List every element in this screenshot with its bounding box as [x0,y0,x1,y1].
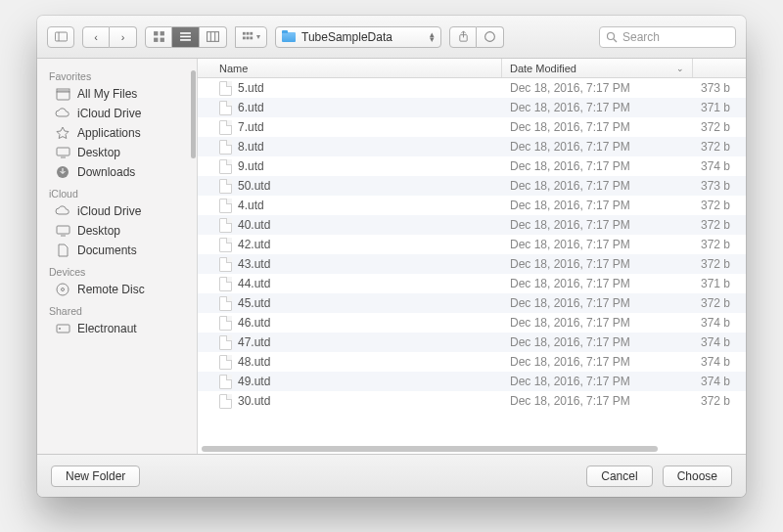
sidebar-item-icloud-drive[interactable]: iCloud Drive [37,104,197,123]
server-icon [55,322,70,335]
column-name[interactable]: Name [198,59,502,77]
table-row[interactable]: 44.utdDec 18, 2016, 7:17 PM371 b [198,274,746,293]
sidebar[interactable]: FavoritesAll My FilesiCloud DriveApplica… [37,59,198,454]
action-buttons [449,26,504,48]
tags-button[interactable] [477,26,504,48]
file-name: 43.utd [238,257,270,271]
sidebar-scrollbar[interactable] [190,70,197,442]
svg-rect-13 [247,32,250,35]
forward-button[interactable]: › [110,26,137,48]
file-list-pane: Name Date Modified⌄ 5.utdDec 18, 2016, 7… [198,59,746,454]
svg-rect-25 [57,148,69,155]
table-row[interactable]: 6.utdDec 18, 2016, 7:17 PM371 b [198,98,746,117]
table-row[interactable]: 5.utdDec 18, 2016, 7:17 PM373 b [198,78,746,98]
chevron-down-icon: ▾ [256,32,260,41]
sidebar-item-label: All My Files [77,87,137,101]
table-row[interactable]: 48.utdDec 18, 2016, 7:17 PM374 b [198,352,746,372]
sidebar-item-desktop[interactable]: Desktop [37,221,197,241]
column-date[interactable]: Date Modified⌄ [502,59,693,77]
document-icon [219,140,232,155]
table-row[interactable]: 50.utdDec 18, 2016, 7:17 PM373 b [198,176,746,196]
svg-rect-28 [57,226,69,234]
table-row[interactable]: 40.utdDec 18, 2016, 7:17 PM372 b [198,215,746,235]
dialog-body: FavoritesAll My FilesiCloud DriveApplica… [37,59,746,454]
new-folder-button[interactable]: New Folder [51,466,140,487]
file-date: Dec 18, 2016, 7:17 PM [502,140,693,154]
cloud-icon [55,204,70,218]
file-name: 48.utd [238,355,270,369]
sidebar-toggle-button[interactable] [47,26,74,48]
sidebar-item-remote-disc[interactable]: Remote Disc [37,280,197,299]
sidebar-item-icloud-drive[interactable]: iCloud Drive [37,201,197,221]
back-button[interactable]: ‹ [82,26,110,48]
file-size: 372 b [693,296,746,310]
table-row[interactable]: 43.utdDec 18, 2016, 7:17 PM372 b [198,254,746,274]
scrollbar-thumb[interactable] [191,70,196,158]
table-row[interactable]: 47.utdDec 18, 2016, 7:17 PM374 b [198,332,746,352]
desktop-icon [55,146,70,159]
cancel-button[interactable]: Cancel [586,466,652,487]
file-date: Dec 18, 2016, 7:17 PM [502,316,693,330]
icon-view-button[interactable] [145,26,172,48]
table-row[interactable]: 45.utdDec 18, 2016, 7:17 PM372 b [198,293,746,313]
view-mode-buttons [145,26,227,48]
document-icon [219,199,232,213]
share-icon [457,30,470,43]
folder-icon [282,32,296,42]
svg-point-33 [59,328,61,330]
svg-point-20 [485,32,495,42]
svg-rect-0 [55,32,67,41]
sidebar-item-all-my-files[interactable]: All My Files [37,84,197,104]
svg-rect-15 [243,37,246,40]
path-popup[interactable]: TubeSampleData ▴▾ [275,26,441,48]
table-row[interactable]: 8.utdDec 18, 2016, 7:17 PM372 b [198,137,746,156]
horizontal-scrollbar[interactable] [202,445,732,453]
column-view-button[interactable] [200,26,227,48]
file-size: 372 b [693,238,746,251]
sidebar-item-label: Electronaut [77,322,137,335]
scrollbar-thumb[interactable] [202,446,658,452]
document-icon [219,257,232,272]
sidebar-item-downloads[interactable]: Downloads [37,162,197,182]
file-date: Dec 18, 2016, 7:17 PM [502,101,693,114]
columns-icon [207,30,219,43]
sidebar-item-label: Desktop [77,146,120,159]
list-icon [179,30,192,43]
svg-rect-14 [250,32,253,35]
file-name: 42.utd [238,238,270,251]
table-row[interactable]: 30.utdDec 18, 2016, 7:17 PM372 b [198,391,746,411]
table-row[interactable]: 42.utdDec 18, 2016, 7:17 PM372 b [198,235,746,254]
file-date: Dec 18, 2016, 7:17 PM [502,375,693,388]
sidebar-item-desktop[interactable]: Desktop [37,143,197,162]
file-name: 5.utd [238,81,264,95]
sidebar-section-header: Shared [37,299,197,319]
document-icon [219,120,232,135]
table-row[interactable]: 46.utdDec 18, 2016, 7:17 PM374 b [198,313,746,332]
svg-rect-16 [247,37,250,40]
list-view-button[interactable] [172,26,200,48]
share-button[interactable] [449,26,477,48]
table-row[interactable]: 9.utdDec 18, 2016, 7:17 PM374 b [198,156,746,176]
table-row[interactable]: 7.utdDec 18, 2016, 7:17 PM372 b [198,117,746,137]
svg-rect-4 [154,38,158,42]
search-input[interactable]: Search [599,26,736,48]
sidebar-item-documents[interactable]: Documents [37,241,197,260]
document-icon [219,316,232,331]
table-row[interactable]: 49.utdDec 18, 2016, 7:17 PM374 b [198,372,746,391]
sidebar-item-electronaut[interactable]: Electronaut [37,319,197,338]
file-date: Dec 18, 2016, 7:17 PM [502,159,693,173]
sidebar-item-applications[interactable]: Applications [37,123,197,143]
svg-rect-32 [57,325,69,332]
file-size: 372 b [693,140,746,154]
file-rows[interactable]: 5.utdDec 18, 2016, 7:17 PM373 b6.utdDec … [198,78,746,454]
file-name: 45.utd [238,296,270,310]
file-size: 371 b [693,277,746,290]
table-row[interactable]: 4.utdDec 18, 2016, 7:17 PM372 b [198,196,746,215]
choose-button[interactable]: Choose [663,466,732,487]
cloud-icon [55,107,70,120]
path-label: TubeSampleData [301,30,392,44]
group-button[interactable]: ▾ [235,26,267,48]
document-icon [219,335,232,350]
sidebar-item-label: iCloud Drive [77,204,141,218]
file-size: 372 b [693,394,746,408]
